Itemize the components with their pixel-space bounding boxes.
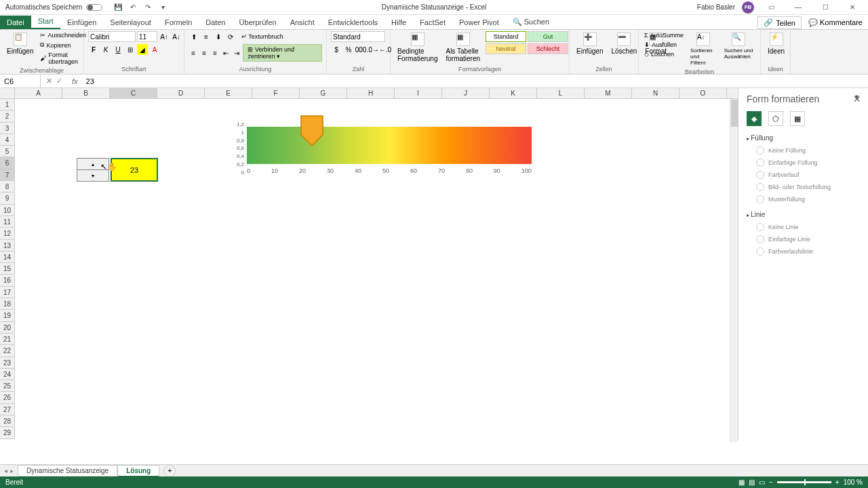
align-right-icon[interactable]: ≡: [210, 47, 220, 58]
sheet-next-icon[interactable]: ▸: [10, 467, 14, 474]
tab-start[interactable]: Start: [31, 14, 60, 29]
pane-effects-icon[interactable]: ⬠: [768, 111, 783, 126]
cancel-formula-icon[interactable]: ✕: [46, 77, 52, 85]
indent-dec-icon[interactable]: ⇤: [221, 47, 231, 58]
zoom-slider[interactable]: [777, 481, 831, 483]
row-header-15[interactable]: 15: [0, 263, 14, 274]
merge-center-button[interactable]: ⊞ Verbinden und zentrieren ▾: [243, 44, 322, 62]
row-header-26[interactable]: 26: [0, 392, 14, 403]
tab-daten[interactable]: Daten: [199, 16, 232, 29]
underline-button[interactable]: U: [113, 44, 123, 55]
status-chart[interactable]: 1,210,80,60,40,20 0102030405060708090100: [225, 121, 551, 199]
row-header-14[interactable]: 14: [0, 251, 14, 263]
col-header-F[interactable]: F: [252, 88, 300, 98]
tab-hilfe[interactable]: Hilfe: [384, 16, 413, 29]
search-box[interactable]: 🔍 Suchen: [506, 15, 556, 29]
ribbon-options-icon[interactable]: ▭: [761, 1, 781, 14]
tab-formeln[interactable]: Formeln: [158, 16, 199, 29]
row-header-9[interactable]: 9: [0, 192, 14, 204]
bold-button[interactable]: F: [88, 44, 99, 55]
row-header-22[interactable]: 22: [0, 345, 14, 357]
section-line[interactable]: Linie: [747, 211, 860, 218]
border-button[interactable]: ⊞: [125, 44, 136, 55]
clear-button[interactable]: ◇ Löschen: [643, 50, 685, 58]
tab-seitenlayout[interactable]: Seitenlayout: [103, 16, 158, 29]
row-header-27[interactable]: 27: [0, 404, 14, 415]
indent-inc-icon[interactable]: ⇥: [232, 47, 241, 58]
autosave-toggle[interactable]: Automatisches Speichern: [0, 3, 108, 11]
row-header-17[interactable]: 17: [0, 287, 14, 298]
italic-button[interactable]: K: [100, 44, 111, 55]
row-header-12[interactable]: 12: [0, 228, 14, 239]
col-header-N[interactable]: N: [632, 88, 679, 98]
pane-close-icon[interactable]: ✕: [853, 94, 861, 104]
fx-icon[interactable]: fx: [68, 77, 82, 85]
opt-no-fill[interactable]: Keine Füllung: [747, 144, 860, 157]
pane-size-icon[interactable]: ▦: [790, 111, 805, 126]
row-header-11[interactable]: 11: [0, 216, 14, 228]
row-header-7[interactable]: 7: [0, 169, 14, 181]
dec-decimal-icon[interactable]: ←.0: [380, 44, 391, 55]
row-header-3[interactable]: 3: [0, 123, 14, 134]
currency-icon[interactable]: $: [331, 44, 342, 55]
wrap-text-button[interactable]: ↵ Textumbruch: [241, 33, 283, 40]
shrink-font-icon[interactable]: A↓: [171, 31, 182, 42]
style-neutral[interactable]: Neutral: [486, 43, 526, 54]
cut-button[interactable]: ✂ Ausschneiden: [39, 31, 87, 39]
redo-icon[interactable]: ↷: [143, 3, 153, 12]
tab-einfuegen[interactable]: Einfügen: [60, 16, 103, 29]
col-header-C[interactable]: C: [110, 88, 157, 98]
tab-ueberpruefen[interactable]: Überprüfen: [233, 16, 283, 29]
align-left-icon[interactable]: ≡: [189, 47, 198, 58]
vertical-scrollbar[interactable]: [730, 99, 738, 442]
paste-button[interactable]: 📋Einfügen: [4, 31, 36, 56]
opt-solid-fill[interactable]: Einfarbige Füllung: [747, 157, 860, 169]
row-header-28[interactable]: 28: [0, 415, 14, 427]
undo-icon[interactable]: ↶: [128, 3, 138, 12]
style-gut[interactable]: Gut: [528, 31, 568, 42]
fill-color-button[interactable]: ◢: [137, 44, 148, 55]
find-select-button[interactable]: 🔍Suchen und Auswählen: [722, 31, 756, 61]
row-header-2[interactable]: 2: [0, 110, 14, 122]
zoom-level[interactable]: 100 %: [844, 479, 863, 486]
tab-ansicht[interactable]: Ansicht: [283, 16, 321, 29]
orientation-icon[interactable]: ⟳: [225, 31, 236, 42]
zoom-out-icon[interactable]: −: [769, 479, 773, 486]
row-header-18[interactable]: 18: [0, 298, 14, 310]
align-center-icon[interactable]: ≡: [199, 47, 209, 58]
row-header-4[interactable]: 4: [0, 134, 14, 146]
style-schlecht[interactable]: Schlecht: [528, 43, 568, 54]
view-layout-icon[interactable]: ▤: [749, 479, 755, 486]
col-header-M[interactable]: M: [585, 88, 632, 98]
row-header-25[interactable]: 25: [0, 380, 14, 392]
col-header-K[interactable]: K: [490, 88, 537, 98]
row-header-19[interactable]: 19: [0, 310, 14, 321]
maximize-icon[interactable]: ☐: [815, 1, 835, 14]
row-header-20[interactable]: 20: [0, 322, 14, 333]
col-header-J[interactable]: J: [442, 88, 490, 98]
zoom-in-icon[interactable]: +: [835, 479, 840, 486]
row-header-8[interactable]: 8: [0, 181, 14, 192]
toggle-switch[interactable]: [86, 4, 102, 11]
row-header-5[interactable]: 5: [0, 146, 14, 157]
col-header-B[interactable]: B: [62, 88, 110, 98]
col-header-L[interactable]: L: [537, 88, 585, 98]
qa-dropdown-icon[interactable]: ▾: [158, 3, 167, 12]
opt-solid-line[interactable]: Einfarbige Linie: [747, 233, 860, 245]
opt-gradient-fill[interactable]: Farbverlauf: [747, 169, 860, 181]
pane-fill-line-icon[interactable]: ◆: [747, 111, 762, 126]
row-header-10[interactable]: 10: [0, 205, 14, 216]
close-icon[interactable]: ✕: [842, 1, 863, 14]
value-cell[interactable]: 23: [111, 158, 158, 182]
sheet-tab-1[interactable]: Dynamische Statusanzeige: [18, 465, 117, 476]
tab-entwicklertools[interactable]: Entwicklertools: [321, 16, 384, 29]
spinner-up-icon[interactable]: ▲: [77, 159, 108, 170]
delete-cells-button[interactable]: ➖Löschen: [608, 31, 639, 56]
name-box[interactable]: C6: [0, 75, 41, 87]
view-break-icon[interactable]: ▭: [759, 479, 765, 486]
col-header-A[interactable]: A: [15, 88, 62, 98]
insert-cells-button[interactable]: ➕Einfügen: [574, 31, 606, 56]
col-header-E[interactable]: E: [205, 88, 252, 98]
share-button[interactable]: 🔗 Teilen: [757, 16, 802, 29]
font-name-select[interactable]: [88, 31, 136, 42]
